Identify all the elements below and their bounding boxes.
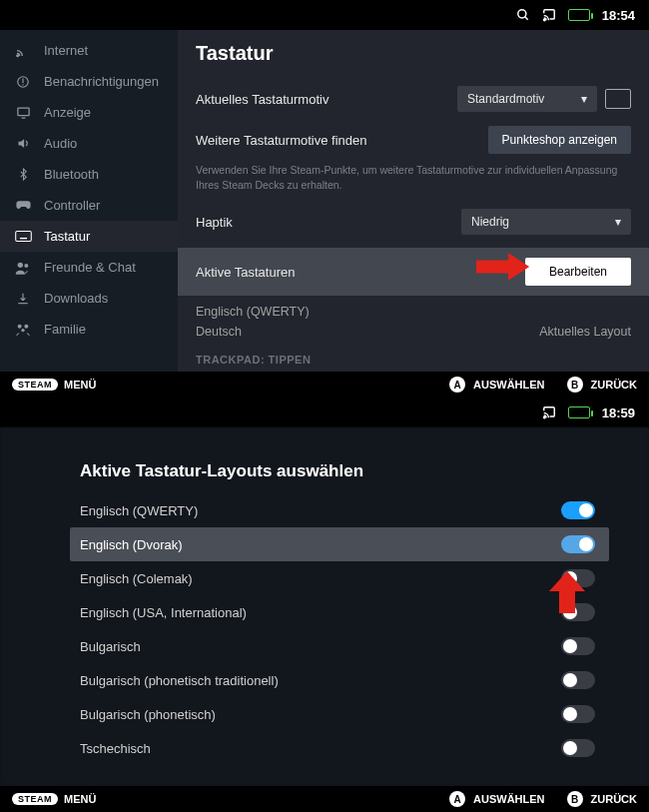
layout-option-row[interactable]: Englisch (QWERTY) [70,493,609,527]
bell-icon [14,75,32,89]
layout-option-label: Bulgarisch (phonetisch) [80,707,216,722]
menu-label: MENÜ [64,793,96,805]
haptics-dropdown[interactable]: Niedrig ▾ [461,209,631,235]
keyboard-preview-icon[interactable] [605,89,631,109]
display-icon [14,105,32,120]
sidebar-label: Anzeige [44,105,91,120]
layout-toggle[interactable] [561,671,595,689]
sidebar-item-downloads[interactable]: Downloads [0,283,178,314]
svg-rect-7 [17,108,28,116]
a-action-label: AUSWÄHLEN [473,379,545,391]
modal-title: Aktive Tastatur-Layouts auswählen [70,461,609,481]
main-area: Internet Benachrichtigungen Anzeige Audi… [0,30,649,372]
layout-option-row[interactable]: Bulgarisch (phonetisch traditionell) [70,663,609,697]
svg-point-14 [24,264,28,268]
layout-selection-modal: Aktive Tastatur-Layouts auswählen Englis… [70,461,609,765]
sidebar-label: Controller [44,198,100,213]
steam-badge[interactable]: STEAM [12,379,58,391]
sidebar-label: Audio [44,136,77,151]
layout-option-row[interactable]: Bulgarisch [70,629,609,663]
sidebar-item-audio[interactable]: Audio [0,128,178,159]
status-bar: 18:54 [0,0,649,30]
button-a-icon: A [449,791,465,807]
keyboard-icon [14,230,32,243]
active-keyboards-row: Aktive Tastaturen Bearbeiten [178,248,649,296]
points-shop-button[interactable]: Punkteshop anzeigen [488,126,631,154]
svg-point-2 [543,19,545,21]
theme-dropdown[interactable]: Standardmotiv ▾ [457,86,597,112]
trackpad-section-label: TRACKPAD: TIPPEN [196,342,631,366]
settings-keyboard-screen: 18:54 Internet Benachrichtigungen Anzeig… [0,0,649,398]
status-bar: 18:59 [0,398,649,427]
sidebar-label: Familie [44,322,86,337]
annotation-arrow-icon [476,250,531,284]
theme-value: Standardmotiv [467,92,544,106]
active-keyboards-list: Englisch (QWERTY) Deutsch Aktuelles Layo… [196,296,631,342]
layout-option-label: Englisch (USA, International) [80,605,247,620]
sidebar-label: Benachrichtigungen [44,74,159,89]
download-icon [14,292,32,306]
chevron-down-icon: ▾ [581,92,587,106]
sidebar-label: Bluetooth [44,167,99,182]
sidebar-item-family[interactable]: Familie [0,314,178,345]
sidebar-item-display[interactable]: Anzeige [0,97,178,128]
search-icon[interactable] [516,8,530,22]
chevron-down-icon: ▾ [615,215,621,229]
svg-point-0 [518,10,526,18]
active-keyboards-label: Aktive Tastaturen [196,265,295,280]
haptics-row: Haptik Niedrig ▾ [196,202,631,242]
layout-option-label: Englisch (Dvorak) [80,537,183,552]
family-icon [14,323,32,337]
layout-toggle[interactable] [561,705,595,723]
audio-icon [14,136,32,151]
layout-option-label: Tschechisch [80,741,151,756]
layout-option-label: Englisch (Colemak) [80,571,193,586]
layout-name: Englisch (QWERTY) [196,305,310,319]
theme-label: Aktuelles Tastaturmotiv [196,92,328,107]
layout-name: Deutsch [196,325,242,339]
friends-icon [14,261,32,275]
svg-rect-5 [22,78,23,83]
status-time: 18:54 [602,8,635,23]
current-theme-row: Aktuelles Tastaturmotiv Standardmotiv ▾ [196,79,631,119]
svg-line-1 [525,17,528,20]
layout-toggle[interactable] [561,637,595,655]
sidebar-item-controller[interactable]: Controller [0,190,178,221]
sidebar-label: Downloads [44,291,108,306]
edit-button[interactable]: Bearbeiten [525,258,631,286]
svg-point-17 [21,329,24,332]
layout-option-row[interactable]: Englisch (Colemak) [70,561,609,595]
find-themes-label: Weitere Tastaturmotive finden [196,133,367,148]
settings-sidebar: Internet Benachrichtigungen Anzeige Audi… [0,30,178,372]
layout-option-label: Englisch (QWERTY) [80,503,198,518]
svg-point-19 [543,416,545,418]
bluetooth-icon [14,167,32,182]
keyboard-settings-panel: Tastatur Aktuelles Tastaturmotiv Standar… [178,30,649,372]
menu-label: MENÜ [64,379,96,391]
wifi-icon [14,42,32,58]
sidebar-item-friends[interactable]: Freunde & Chat [0,252,178,283]
sidebar-item-notifications[interactable]: Benachrichtigungen [0,66,178,97]
layout-toggle[interactable] [561,501,595,519]
layout-note: Aktuelles Layout [539,325,631,339]
b-action-label: ZURÜCK [591,379,637,391]
button-b-icon: B [567,791,583,807]
layout-toggle[interactable] [561,535,595,553]
footer-bar: STEAM MENÜ A AUSWÄHLEN B ZURÜCK [0,786,649,812]
layout-toggle[interactable] [561,569,595,587]
status-time: 18:59 [602,406,635,420]
layout-toggle[interactable] [561,603,595,621]
layout-option-row[interactable]: Bulgarisch (phonetisch) [70,697,609,731]
svg-rect-6 [22,84,23,85]
steam-badge[interactable]: STEAM [12,793,58,805]
layout-toggle[interactable] [561,739,595,757]
layout-option-row[interactable]: Tschechisch [70,731,609,765]
layout-option-row[interactable]: Englisch (USA, International) [70,595,609,629]
sidebar-label: Freunde & Chat [44,260,136,275]
sidebar-item-keyboard[interactable]: Tastatur [0,221,178,252]
layout-option-row[interactable]: Englisch (Dvorak) [70,527,609,561]
sidebar-item-internet[interactable]: Internet [0,34,178,66]
cast-icon [542,8,556,22]
sidebar-item-bluetooth[interactable]: Bluetooth [0,159,178,190]
theme-hint-text: Verwenden Sie Ihre Steam-Punkte, um weit… [196,161,631,202]
